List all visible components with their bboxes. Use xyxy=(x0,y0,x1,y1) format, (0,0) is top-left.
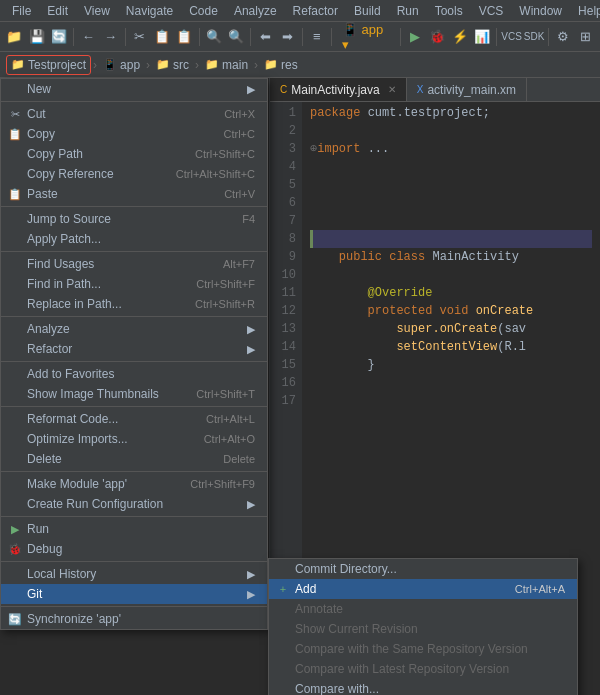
run-config-selector[interactable]: 📱 app ▾ xyxy=(336,26,396,48)
menu-view[interactable]: View xyxy=(76,2,118,20)
menu-git[interactable]: Git ▶ xyxy=(1,584,267,604)
menu-delete[interactable]: Delete Delete xyxy=(1,449,267,469)
refresh-button[interactable]: 🔄 xyxy=(49,26,69,48)
save-button[interactable]: 💾 xyxy=(26,26,46,48)
paste-icon: 📋 xyxy=(7,186,23,202)
menu-refactor[interactable]: Refactor ▶ xyxy=(1,339,267,359)
breadcrumb-src[interactable]: 📁 src xyxy=(152,56,193,74)
submenu-compare-latest[interactable]: Compare with Latest Repository Version xyxy=(269,659,577,679)
menu-code[interactable]: Code xyxy=(181,2,226,20)
add-icon: + xyxy=(275,581,291,597)
submenu-compare-with[interactable]: Compare with... xyxy=(269,679,577,695)
breadcrumb-main[interactable]: 📁 main xyxy=(201,56,252,74)
divider-9 xyxy=(1,561,267,562)
menu-reformat-code[interactable]: Reformat Code... Ctrl+Alt+L xyxy=(1,409,267,429)
find-button[interactable]: 🔍 xyxy=(204,26,224,48)
menu-edit[interactable]: Edit xyxy=(39,2,76,20)
menu-copy-path-shortcut: Ctrl+Shift+C xyxy=(195,148,255,160)
menu-copy[interactable]: 📋 Copy Ctrl+C xyxy=(1,124,267,144)
menu-local-history-label: Local History xyxy=(27,567,96,581)
open-folder-button[interactable]: 📁 xyxy=(4,26,24,48)
submenu-add-label: Add xyxy=(295,582,316,596)
menu-show-thumbnails[interactable]: Show Image Thumbnails Ctrl+Shift+T xyxy=(1,384,267,404)
paste-button[interactable]: 📋 xyxy=(174,26,194,48)
main-icon: 📁 xyxy=(205,58,219,71)
code-line-10 xyxy=(310,266,592,284)
undo-button[interactable]: ← xyxy=(78,26,98,48)
menu-refactor[interactable]: Refactor xyxy=(285,2,346,20)
menu-help[interactable]: Help xyxy=(570,2,600,20)
sdk-button[interactable]: SDK xyxy=(524,26,545,48)
menu-make-module[interactable]: Make Module 'app' Ctrl+Shift+F9 xyxy=(1,474,267,494)
cut-button[interactable]: ✂ xyxy=(130,26,150,48)
forward-button[interactable]: ➡ xyxy=(277,26,297,48)
profile-button[interactable]: 📊 xyxy=(472,26,492,48)
submenu-commit-dir[interactable]: Commit Directory... xyxy=(269,559,577,579)
submenu-add[interactable]: + Add Ctrl+Alt+A xyxy=(269,579,577,599)
menu-create-run-config-label: Create Run Configuration xyxy=(27,497,163,511)
menu-jump-to-source[interactable]: Jump to Source F4 xyxy=(1,209,267,229)
menu-create-run-config[interactable]: Create Run Configuration ▶ xyxy=(1,494,267,514)
menu-vcs[interactable]: VCS xyxy=(471,2,512,20)
tab-close-button[interactable]: ✕ xyxy=(388,84,396,95)
submenu-compare-same[interactable]: Compare with the Same Repository Version xyxy=(269,639,577,659)
breadcrumb-testproject[interactable]: 📁 Testproject xyxy=(6,55,91,75)
copy-button[interactable]: 📋 xyxy=(152,26,172,48)
main-area: New ▶ ✂ Cut Ctrl+X 📋 Copy Ctrl+C Copy Pa… xyxy=(0,78,600,695)
menu-cut[interactable]: ✂ Cut Ctrl+X xyxy=(1,104,267,124)
menu-navigate[interactable]: Navigate xyxy=(118,2,181,20)
divider-2 xyxy=(1,206,267,207)
structure-button[interactable]: ≡ xyxy=(307,26,327,48)
menu-copy-path[interactable]: Copy Path Ctrl+Shift+C xyxy=(1,144,267,164)
menu-debug[interactable]: 🐞 Debug xyxy=(1,539,267,559)
toolbar-sep-9 xyxy=(548,28,549,46)
debug-button[interactable]: 🐞 xyxy=(427,26,447,48)
menu-analyze[interactable]: Analyze xyxy=(226,2,285,20)
breadcrumb-res[interactable]: 📁 res xyxy=(260,56,302,74)
menu-find-usages[interactable]: Find Usages Alt+F7 xyxy=(1,254,267,274)
back-button[interactable]: ⬅ xyxy=(255,26,275,48)
menu-optimize-shortcut: Ctrl+Alt+O xyxy=(204,433,255,445)
tab-main-activity-label: MainActivity.java xyxy=(291,83,379,97)
context-menu: New ▶ ✂ Cut Ctrl+X 📋 Copy Ctrl+C Copy Pa… xyxy=(0,78,268,630)
menu-tools[interactable]: Tools xyxy=(427,2,471,20)
menu-run[interactable]: ▶ Run xyxy=(1,519,267,539)
tab-main-activity[interactable]: C MainActivity.java ✕ xyxy=(270,78,407,101)
src-icon: 📁 xyxy=(156,58,170,71)
res-icon: 📁 xyxy=(264,58,278,71)
menu-optimize-imports[interactable]: Optimize Imports... Ctrl+Alt+O xyxy=(1,429,267,449)
menu-file[interactable]: File xyxy=(4,2,39,20)
menu-window[interactable]: Window xyxy=(511,2,570,20)
submenu-annotate[interactable]: Annotate xyxy=(269,599,577,619)
menu-apply-patch[interactable]: Apply Patch... xyxy=(1,229,267,249)
breadcrumb-bar: 📁 Testproject › 📱 app › 📁 src › 📁 main ›… xyxy=(0,52,600,78)
menu-analyze[interactable]: Analyze ▶ xyxy=(1,319,267,339)
code-line-15: } xyxy=(310,356,592,374)
menu-replace-in-path[interactable]: Replace in Path... Ctrl+Shift+R xyxy=(1,294,267,314)
menu-new-arrow: ▶ xyxy=(247,83,255,96)
replace-button[interactable]: 🔍 xyxy=(226,26,246,48)
menu-analyze-arrow: ▶ xyxy=(247,323,255,336)
menu-synchronize[interactable]: 🔄 Synchronize 'app' xyxy=(1,609,267,629)
menu-debug-label: Debug xyxy=(27,542,62,556)
layout-button[interactable]: ⊞ xyxy=(576,26,596,48)
menu-paste[interactable]: 📋 Paste Ctrl+V xyxy=(1,184,267,204)
run-button[interactable]: ▶ xyxy=(405,26,425,48)
menu-apply-patch-label: Apply Patch... xyxy=(27,232,101,246)
menu-add-to-favorites[interactable]: Add to Favorites xyxy=(1,364,267,384)
menu-find-in-path[interactable]: Find in Path... Ctrl+Shift+F xyxy=(1,274,267,294)
redo-button[interactable]: → xyxy=(100,26,120,48)
tab-activity-main[interactable]: X activity_main.xm xyxy=(407,78,527,101)
vcs-button[interactable]: VCS xyxy=(501,26,522,48)
java-file-icon: C xyxy=(280,84,287,95)
menu-new[interactable]: New ▶ xyxy=(1,79,267,99)
menu-build[interactable]: Build xyxy=(346,2,389,20)
submenu-show-current-revision[interactable]: Show Current Revision xyxy=(269,619,577,639)
menu-copy-reference[interactable]: Copy Reference Ctrl+Alt+Shift+C xyxy=(1,164,267,184)
menu-new-label: New xyxy=(27,82,51,96)
coverage-button[interactable]: ⚡ xyxy=(450,26,470,48)
settings-button[interactable]: ⚙ xyxy=(553,26,573,48)
menu-local-history[interactable]: Local History ▶ xyxy=(1,564,267,584)
breadcrumb-app[interactable]: 📱 app xyxy=(99,56,144,74)
menu-run[interactable]: Run xyxy=(389,2,427,20)
